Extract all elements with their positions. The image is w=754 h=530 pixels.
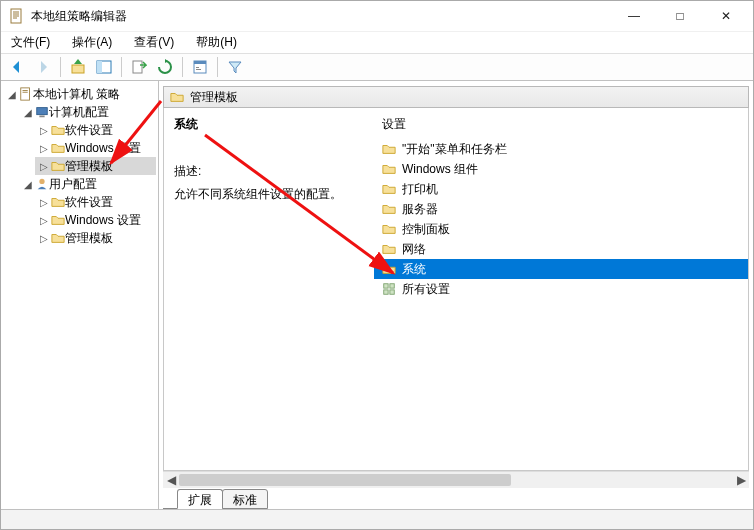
export-button[interactable] bbox=[127, 55, 151, 79]
tabstrip: 扩展 标准 bbox=[163, 487, 749, 509]
svg-rect-7 bbox=[97, 61, 102, 73]
expand-icon[interactable]: ▷ bbox=[37, 125, 51, 136]
collapse-icon[interactable]: ◢ bbox=[21, 179, 35, 190]
folder-icon bbox=[382, 222, 396, 236]
menubar: 文件(F) 操作(A) 查看(V) 帮助(H) bbox=[1, 31, 753, 53]
tree-user-admin-templates[interactable]: ▷ 管理模板 bbox=[35, 229, 156, 247]
window-title: 本地组策略编辑器 bbox=[31, 8, 127, 25]
forward-button[interactable] bbox=[31, 55, 55, 79]
tree-computer-software[interactable]: ▷ 软件设置 bbox=[35, 121, 156, 139]
svg-rect-21 bbox=[384, 290, 388, 294]
menu-help[interactable]: 帮助(H) bbox=[192, 32, 241, 53]
content-header: 管理模板 bbox=[163, 86, 749, 108]
folder-icon bbox=[382, 262, 396, 276]
tab-standard[interactable]: 标准 bbox=[222, 489, 268, 509]
content-pane: 管理模板 系统 描述: 允许不同系统组件设置的配置。 设置 "开始"菜单和任务栏… bbox=[159, 81, 753, 509]
tab-extended[interactable]: 扩展 bbox=[177, 489, 223, 509]
menu-action[interactable]: 操作(A) bbox=[68, 32, 116, 53]
tree-label: 软件设置 bbox=[65, 194, 113, 211]
settings-header[interactable]: 设置 bbox=[374, 114, 748, 139]
folder-icon bbox=[51, 231, 65, 245]
list-item-system[interactable]: 系统 bbox=[374, 259, 748, 279]
svg-rect-10 bbox=[194, 61, 206, 64]
list-label: "开始"菜单和任务栏 bbox=[402, 141, 507, 158]
maximize-button[interactable]: □ bbox=[657, 1, 703, 31]
tree-pane[interactable]: ◢ 本地计算机 策略 ◢ 计算机配置 ▷ bbox=[1, 81, 159, 509]
tree-computer-admin-templates[interactable]: ▷ 管理模板 bbox=[35, 157, 156, 175]
expand-icon[interactable]: ▷ bbox=[37, 161, 51, 172]
folder-icon bbox=[51, 159, 65, 173]
folder-icon bbox=[382, 142, 396, 156]
scroll-right-button[interactable]: ▶ bbox=[733, 472, 749, 488]
show-hide-tree-button[interactable] bbox=[92, 55, 116, 79]
minimize-button[interactable]: — bbox=[611, 1, 657, 31]
list-label: 系统 bbox=[402, 261, 426, 278]
menu-view[interactable]: 查看(V) bbox=[130, 32, 178, 53]
expand-icon[interactable]: ▷ bbox=[37, 143, 51, 154]
list-item-control-panel[interactable]: 控制面板 bbox=[374, 219, 748, 239]
svg-rect-17 bbox=[39, 116, 44, 118]
list-label: 服务器 bbox=[402, 201, 438, 218]
tree-root[interactable]: ◢ 本地计算机 策略 bbox=[3, 85, 156, 103]
tree-computer-config[interactable]: ◢ 计算机配置 bbox=[19, 103, 156, 121]
description-label: 描述: bbox=[174, 163, 364, 180]
main-area: ◢ 本地计算机 策略 ◢ 计算机配置 ▷ bbox=[1, 81, 753, 509]
content-header-label: 管理模板 bbox=[190, 89, 238, 106]
folder-icon bbox=[51, 141, 65, 155]
list-label: 控制面板 bbox=[402, 221, 450, 238]
titlebar: 本地组策略编辑器 — □ ✕ bbox=[1, 1, 753, 31]
description-text: 允许不同系统组件设置的配置。 bbox=[174, 186, 364, 203]
folder-icon bbox=[51, 195, 65, 209]
list-item-windows-components[interactable]: Windows 组件 bbox=[374, 159, 748, 179]
list-label: 所有设置 bbox=[402, 281, 450, 298]
svg-point-18 bbox=[39, 179, 44, 184]
scroll-track[interactable] bbox=[179, 472, 733, 488]
list-item-start-menu[interactable]: "开始"菜单和任务栏 bbox=[374, 139, 748, 159]
folder-icon bbox=[170, 90, 184, 104]
refresh-button[interactable] bbox=[153, 55, 177, 79]
svg-rect-22 bbox=[390, 290, 394, 294]
scroll-thumb[interactable] bbox=[179, 474, 511, 486]
scroll-left-button[interactable]: ◀ bbox=[163, 472, 179, 488]
tree-label: 计算机配置 bbox=[49, 104, 109, 121]
tree-user-software[interactable]: ▷ 软件设置 bbox=[35, 193, 156, 211]
back-button[interactable] bbox=[5, 55, 29, 79]
computer-icon bbox=[35, 105, 49, 119]
svg-rect-19 bbox=[384, 284, 388, 288]
tree-label: Windows 设置 bbox=[65, 140, 141, 157]
collapse-icon[interactable]: ◢ bbox=[21, 107, 35, 118]
up-button[interactable] bbox=[66, 55, 90, 79]
tree-user-windows[interactable]: ▷ Windows 设置 bbox=[35, 211, 156, 229]
svg-rect-5 bbox=[72, 65, 84, 73]
expand-icon[interactable]: ▷ bbox=[37, 233, 51, 244]
close-button[interactable]: ✕ bbox=[703, 1, 749, 31]
statusbar bbox=[1, 509, 753, 529]
tree-label: 管理模板 bbox=[65, 230, 113, 247]
tree-label: 管理模板 bbox=[65, 158, 113, 175]
horizontal-scrollbar[interactable]: ◀ ▶ bbox=[163, 471, 749, 487]
all-settings-icon bbox=[382, 282, 396, 296]
expand-icon[interactable]: ▷ bbox=[37, 215, 51, 226]
list-item-servers[interactable]: 服务器 bbox=[374, 199, 748, 219]
tree-computer-windows[interactable]: ▷ Windows 设置 bbox=[35, 139, 156, 157]
tree-label: 软件设置 bbox=[65, 122, 113, 139]
collapse-icon[interactable]: ◢ bbox=[5, 89, 19, 100]
tree-user-config[interactable]: ◢ 用户配置 bbox=[19, 175, 156, 193]
filter-button[interactable] bbox=[223, 55, 247, 79]
menu-file[interactable]: 文件(F) bbox=[7, 32, 54, 53]
svg-rect-20 bbox=[390, 284, 394, 288]
folder-icon bbox=[51, 213, 65, 227]
list-item-all-settings[interactable]: 所有设置 bbox=[374, 279, 748, 299]
app-icon bbox=[9, 8, 25, 24]
expand-icon[interactable]: ▷ bbox=[37, 197, 51, 208]
folder-icon bbox=[382, 162, 396, 176]
settings-list[interactable]: 设置 "开始"菜单和任务栏 Windows 组件 打印机 服务器 bbox=[374, 108, 748, 470]
list-label: Windows 组件 bbox=[402, 161, 478, 178]
list-item-printers[interactable]: 打印机 bbox=[374, 179, 748, 199]
list-item-network[interactable]: 网络 bbox=[374, 239, 748, 259]
content-heading: 系统 bbox=[174, 116, 364, 133]
list-label: 打印机 bbox=[402, 181, 438, 198]
properties-button[interactable] bbox=[188, 55, 212, 79]
folder-icon bbox=[382, 182, 396, 196]
svg-rect-8 bbox=[133, 61, 142, 73]
